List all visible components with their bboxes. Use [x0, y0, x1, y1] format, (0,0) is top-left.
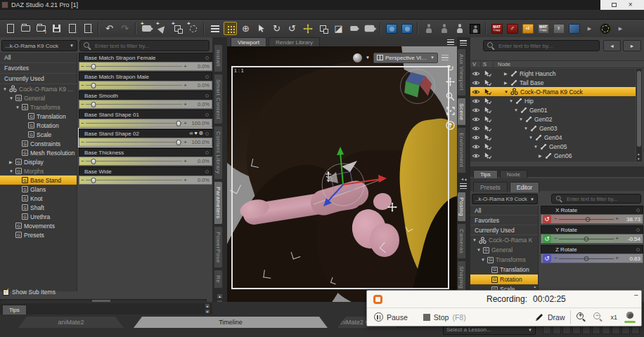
- aux-viewport-a-icon[interactable]: [385, 22, 398, 35]
- visibility-eye-icon[interactable]: [470, 89, 481, 95]
- scene-node-row[interactable]: ▶ Right Haunch: [470, 69, 636, 78]
- load-figure-b-icon[interactable]: [437, 22, 451, 35]
- stop-button[interactable]: Stop (F8): [423, 313, 466, 322]
- visibility-eye-icon[interactable]: [470, 80, 481, 86]
- visibility-eye-icon[interactable]: [470, 153, 481, 159]
- viewport-tab[interactable]: Render Library: [269, 37, 320, 46]
- scene-node-row[interactable]: ▼ Gen03: [470, 124, 636, 133]
- editor-tree-item[interactable]: ▼ G Transforms: [470, 255, 538, 265]
- expand-arrow-icon[interactable]: ▶: [539, 153, 545, 158]
- expand-arrow-icon[interactable]: ▼: [509, 99, 515, 103]
- increment-icon[interactable]: +: [182, 159, 188, 164]
- restore-window-icon[interactable]: [612, 3, 617, 7]
- universal-tool-icon[interactable]: ⊕: [239, 22, 252, 35]
- slider-track[interactable]: [86, 157, 182, 165]
- parameters-tree-item[interactable]: G Shaft: [0, 203, 77, 212]
- viewport-canvas[interactable]: 1 : 1: [227, 46, 457, 302]
- pane-tab[interactable]: Node: [500, 170, 527, 179]
- scrollbar-thumb[interactable]: [637, 71, 641, 147]
- overflow-right-icon[interactable]: ▶: [614, 22, 627, 35]
- create-light-icon[interactable]: [155, 22, 169, 35]
- selectable-pointer-icon[interactable]: [481, 125, 494, 132]
- slider-track[interactable]: [559, 215, 614, 223]
- translate-tool-icon[interactable]: [301, 22, 314, 35]
- increment-icon[interactable]: +: [614, 236, 620, 242]
- dock-menu-icon[interactable]: [460, 40, 467, 46]
- parameters-tree-item[interactable]: ▼ G General: [0, 93, 77, 103]
- scene-scrollbar[interactable]: ▲ ▼: [636, 69, 642, 161]
- sphere-dropdown-arrow[interactable]: ▼: [366, 55, 370, 60]
- tab-scroll-up-icon[interactable]: ▲: [217, 293, 223, 299]
- decrement-icon[interactable]: −: [79, 64, 86, 70]
- dock-tab[interactable]: Aux Viewport: [457, 48, 466, 96]
- zoom-icon[interactable]: [446, 92, 455, 101]
- open-file-icon[interactable]: [19, 22, 32, 35]
- slider-thumb[interactable]: [584, 237, 589, 242]
- increment-icon[interactable]: +: [182, 64, 188, 70]
- filter-next-button[interactable]: ►: [623, 40, 641, 51]
- export-icon[interactable]: →: [81, 22, 94, 35]
- translate-gizmo[interactable]: [300, 137, 391, 228]
- scene-node-row[interactable]: ▼ Cock-O-Rama K9 Cock: [470, 87, 636, 96]
- parameter-slider[interactable]: − + 0.0%: [79, 81, 212, 90]
- dock-tab[interactable]: Environment: [457, 127, 466, 173]
- parameter-slider[interactable]: − + 0.0%: [79, 62, 212, 71]
- parameter-settings-icon[interactable]: [205, 151, 209, 154]
- viewport-options-icon[interactable]: [442, 55, 449, 60]
- scene-node-row[interactable]: ▶ Gen06: [470, 151, 636, 160]
- timeline-tab[interactable]: aniMate2: [18, 317, 124, 328]
- dock-tab[interactable]: Smart Content: [214, 74, 223, 125]
- selectable-pointer-icon[interactable]: [481, 116, 494, 123]
- editor-preset-dropdown[interactable]: ..k-O-Rama K9 Cock▼: [472, 194, 538, 204]
- parameters-tree-item[interactable]: G Presets: [0, 230, 77, 239]
- dock-tab[interactable]: Shaping: [457, 260, 466, 294]
- slider-track[interactable]: [86, 62, 182, 70]
- expand-arrow-icon[interactable]: ▼: [504, 90, 510, 94]
- pause-button[interactable]: Pause: [374, 312, 408, 322]
- active-pose-tool-icon[interactable]: ↺: [285, 22, 299, 35]
- decrement-icon[interactable]: −: [553, 236, 559, 242]
- parameters-tree-item[interactable]: G Mesh Resolution: [0, 148, 77, 157]
- editor-nav-item[interactable]: Currently Used: [470, 225, 538, 235]
- parameters-preset-dropdown[interactable]: ...k-O-Rama K9 Cock▼: [1, 40, 77, 51]
- parameters-tree-item[interactable]: ▼ G Morphs: [0, 166, 77, 176]
- selectable-pointer-icon[interactable]: [481, 143, 494, 150]
- scene-node-row[interactable]: ▼ Gen01: [470, 105, 636, 114]
- rotate-slider[interactable]: ↺ − + 38.73: [541, 214, 643, 224]
- custom-action-icon[interactable]: [598, 22, 612, 35]
- decrement-icon[interactable]: −: [79, 83, 86, 88]
- scroll-up-icon[interactable]: ▲: [637, 152, 640, 156]
- create-camera-icon[interactable]: [140, 22, 153, 35]
- parameters-tree-item[interactable]: G Urethra: [0, 212, 77, 221]
- visibility-eye-icon[interactable]: [470, 144, 481, 150]
- pane-tab[interactable]: Editor: [510, 182, 539, 192]
- pane-tab[interactable]: Presets: [473, 182, 508, 192]
- create-node-icon[interactable]: [171, 22, 184, 35]
- selectable-pointer-icon[interactable]: [481, 88, 494, 95]
- slider-track[interactable]: [86, 81, 182, 89]
- decrement-icon[interactable]: −: [79, 159, 86, 164]
- editor-tree-item[interactable]: ▼ G General: [470, 245, 538, 255]
- zoom-in-button[interactable]: +: [577, 312, 586, 322]
- scale-tool-icon[interactable]: [316, 22, 330, 35]
- scene-node-row[interactable]: ▼ Gen04: [470, 133, 636, 142]
- expand-arrow-icon[interactable]: ▼: [529, 136, 535, 140]
- decrement-icon[interactable]: −: [79, 140, 86, 145]
- expand-arrow-icon[interactable]: ▼: [15, 105, 22, 110]
- parameters-nav-item[interactable]: Currently Used: [0, 74, 77, 84]
- dock-menu-icon[interactable]: [460, 183, 467, 189]
- dock-tab[interactable]: Re: [214, 270, 223, 289]
- mat-copy-grey-icon[interactable]: MATCopy: [536, 22, 550, 35]
- editor-tree-item[interactable]: G Rotation: [470, 275, 538, 284]
- load-person-icon[interactable]: [453, 22, 466, 35]
- slider-thumb[interactable]: [585, 217, 590, 222]
- parameters-tree-item[interactable]: G Rotation: [0, 121, 77, 130]
- increment-icon[interactable]: +: [182, 102, 188, 107]
- decrement-icon[interactable]: −: [553, 256, 559, 261]
- slider-track[interactable]: [86, 119, 182, 127]
- scene-preset-icon[interactable]: [567, 22, 581, 35]
- save-file-icon[interactable]: [50, 22, 63, 35]
- reset-camera-icon[interactable]: [446, 121, 455, 130]
- parameters-tree-item[interactable]: ▶ G Display: [0, 157, 77, 166]
- increment-icon[interactable]: +: [614, 216, 620, 222]
